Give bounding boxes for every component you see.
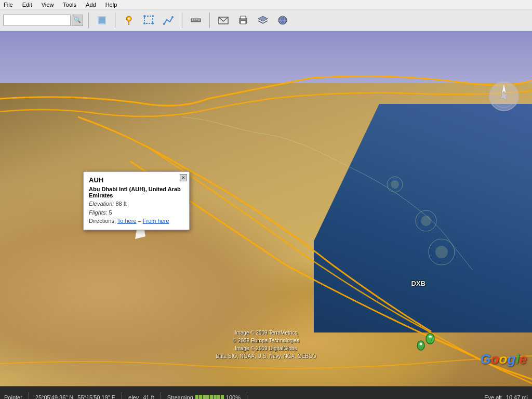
popup-elevation: Elevation: 88 ft [89, 200, 184, 208]
watermark-line1: Image © 2009 TerraMetrics [216, 329, 316, 337]
svg-rect-19 [241, 16, 246, 19]
sky-button[interactable] [274, 12, 291, 29]
popup-airport-name: Abu Dhabi Intl (AUH), United Arab Emirat… [89, 186, 184, 198]
placemark-button[interactable] [94, 12, 110, 29]
menu-file[interactable]: File [2, 1, 15, 8]
menu-add[interactable]: Add [84, 1, 98, 8]
stream-seg-1 [195, 395, 198, 399]
eye-alt-value: 10.47 mi [506, 394, 528, 399]
svg-point-11 [171, 16, 174, 18]
elevation-label: elev [128, 394, 139, 399]
status-sep-2 [122, 392, 122, 399]
sky-icon [277, 15, 288, 26]
stream-seg-4 [206, 395, 209, 399]
elevation-label: Elevation: [89, 201, 114, 207]
eye-alt-label: Eye alt [484, 394, 502, 399]
from-here-link[interactable]: From here [143, 218, 169, 224]
popup-flights: Flights: 5 [89, 208, 184, 217]
svg-point-7 [152, 15, 154, 17]
svg-rect-5 [144, 16, 153, 23]
stream-percent: 100% [226, 394, 241, 399]
toolbar-separator-4 [209, 12, 210, 28]
google-g2: g [507, 351, 515, 367]
status-sep-4 [247, 392, 247, 399]
search-box: 🔍 [3, 15, 83, 26]
stream-seg-6 [214, 395, 217, 399]
popup-airport-code: AUH [89, 176, 184, 184]
stream-segments [195, 395, 224, 399]
google-logo: Google [480, 351, 527, 367]
svg-point-10 [163, 23, 165, 25]
elevation-value: 41 ft [143, 394, 154, 399]
toolbar-separator-1 [88, 12, 89, 28]
menu-help[interactable]: Help [104, 1, 119, 8]
pointer-label: Pointer [4, 394, 22, 399]
svg-rect-20 [241, 21, 246, 24]
stream-seg-3 [203, 395, 206, 399]
menu-bar: File Edit View Tools Add Help [0, 0, 532, 9]
longitude-value: 55°15'50.19" E [77, 394, 115, 399]
print-button[interactable] [235, 12, 251, 29]
google-e: e [520, 351, 527, 367]
watermark-line2: © 2009 Europa Technologies [216, 337, 316, 344]
dxb-airport-label: DXB [411, 280, 425, 287]
google-o1: o [491, 351, 499, 367]
add-path-icon [163, 15, 174, 26]
watermark-line3: Image © 2009 DigitalGlobe [216, 344, 316, 352]
elevation-value: 88 ft [115, 201, 126, 207]
email-icon [218, 15, 229, 26]
status-bar: Pointer 25°05'49.36" N 55°15'50.19" E el… [0, 386, 532, 399]
streaming-label: Streaming [167, 394, 193, 399]
layers-icon [257, 15, 269, 26]
watermark-line4: Data SIO, NOAA, U.S. Navy, NGA, GEBCO [216, 352, 316, 360]
directions-label: Directions: [89, 218, 116, 224]
flights-value: 5 [109, 209, 112, 216]
search-input[interactable] [3, 15, 71, 26]
toolbar-separator-3 [182, 12, 182, 28]
google-l: l [515, 351, 519, 367]
popup-close-button[interactable]: ✕ [180, 174, 187, 181]
svg-point-3 [128, 18, 130, 20]
ruler-button[interactable] [188, 12, 204, 29]
streaming-bar: Streaming 100% [167, 394, 241, 399]
status-sep-1 [29, 392, 29, 399]
placemark-icon [97, 15, 107, 25]
toolbar-separator-2 [115, 12, 115, 28]
stream-seg-5 [210, 395, 213, 399]
search-button[interactable]: 🔍 [72, 15, 83, 26]
flights-label: Flights: [89, 209, 107, 216]
svg-point-6 [143, 15, 145, 17]
add-placemark-button[interactable] [121, 12, 137, 29]
map-watermark: Image © 2009 TerraMetrics © 2009 Europa … [216, 329, 316, 360]
layers-button[interactable] [255, 12, 271, 29]
status-sep-3 [161, 392, 161, 399]
menu-view[interactable]: View [40, 1, 56, 8]
stream-seg-8 [221, 395, 224, 399]
add-path-button[interactable] [160, 12, 177, 29]
google-o2: o [499, 351, 508, 367]
map-container[interactable]: ✕ AUH Abu Dhabi Intl (AUH), United Arab … [0, 31, 532, 386]
stream-seg-7 [217, 395, 220, 399]
stream-seg-2 [199, 395, 202, 399]
svg-point-9 [143, 22, 145, 24]
svg-rect-1 [99, 17, 105, 23]
svg-point-8 [152, 22, 154, 24]
directions-separator: – [138, 218, 143, 224]
add-placemark-icon [123, 15, 135, 26]
menu-tools[interactable]: Tools [61, 1, 78, 8]
add-polygon-icon [143, 15, 154, 26]
latitude-value: 25°05'49.36" N [35, 394, 73, 399]
ruler-icon [190, 15, 202, 26]
airport-popup: ✕ AUH Abu Dhabi Intl (AUH), United Arab … [83, 171, 190, 230]
to-here-link[interactable]: To here [117, 218, 137, 224]
google-g: G [480, 351, 490, 367]
print-icon [237, 15, 249, 26]
search-icon: 🔍 [74, 17, 81, 23]
email-button[interactable] [215, 12, 232, 29]
add-polygon-button[interactable] [140, 12, 157, 29]
popup-directions: Directions: To here – From here [89, 217, 184, 225]
menu-edit[interactable]: Edit [21, 1, 34, 8]
toolbar: 🔍 [0, 9, 532, 31]
